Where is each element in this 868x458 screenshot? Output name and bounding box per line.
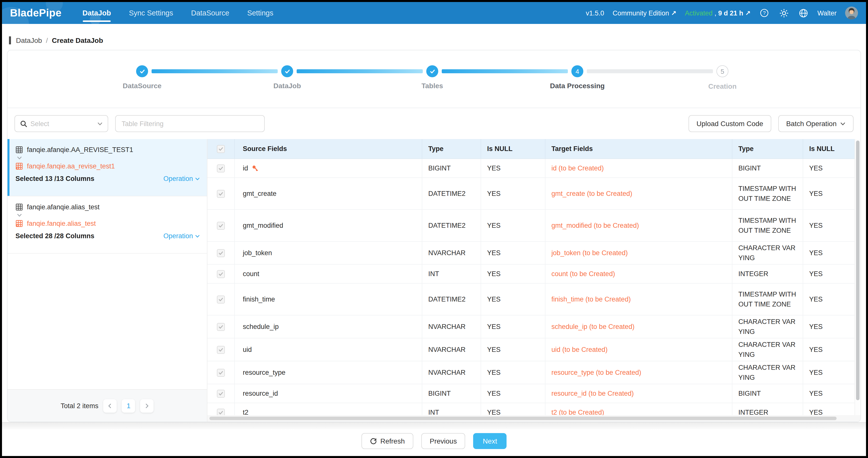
source-field-name: resource_type bbox=[243, 369, 285, 376]
source-nullable: YES bbox=[481, 403, 546, 415]
row-checkbox[interactable] bbox=[217, 222, 225, 229]
table-pair-item[interactable]: fanqie.afanqie.AA_REVISE_TEST1 fanqie.fa… bbox=[7, 139, 207, 196]
batch-operation-button[interactable]: Batch Operation bbox=[778, 115, 854, 132]
prev-page-button[interactable] bbox=[103, 399, 117, 413]
target-type: TIMESTAMP WITHOUT TIME ZONE bbox=[733, 210, 803, 242]
target-type: CHARACTER VARYING bbox=[733, 361, 803, 384]
nav-item-datajob[interactable]: DataJob bbox=[83, 2, 111, 24]
previous-button[interactable]: Previous bbox=[421, 433, 465, 449]
target-table-create-icon bbox=[16, 220, 23, 227]
row-checkbox[interactable] bbox=[217, 408, 225, 415]
target-nullable: YES bbox=[803, 265, 861, 284]
table-row: t2 INT YES t2 (to be Created) INTEGER YE… bbox=[208, 403, 861, 415]
nav-item-sync-settings[interactable]: Sync Settings bbox=[129, 2, 173, 24]
source-type: NVARCHAR bbox=[422, 338, 481, 361]
target-field-name: resource_id (to be Created) bbox=[546, 384, 733, 403]
source-field-name: schedule_ip bbox=[243, 323, 279, 330]
chevron-right-icon bbox=[144, 403, 150, 408]
source-type: BIGINT bbox=[422, 384, 481, 403]
source-nullable: YES bbox=[481, 159, 546, 178]
table-pair-item[interactable]: fanqie.afanqie.alias_test fanqie.fanqie.… bbox=[7, 196, 207, 254]
step-label: DataJob bbox=[274, 82, 301, 90]
refresh-button[interactable]: Refresh bbox=[362, 433, 413, 449]
app-logo[interactable]: BladePipe bbox=[10, 7, 62, 19]
column-header: Type bbox=[422, 139, 481, 159]
license-status[interactable]: Activated , 9 d 21 h ↗ bbox=[685, 9, 751, 17]
row-checkbox[interactable] bbox=[217, 295, 225, 303]
table-filtering-input[interactable] bbox=[115, 115, 265, 132]
next-button[interactable]: Next bbox=[473, 433, 507, 449]
table-row: gmt_create DATETIME2 YES gmt_create (to … bbox=[208, 178, 861, 210]
theme-sun-icon[interactable] bbox=[778, 7, 789, 19]
language-globe-icon[interactable] bbox=[798, 7, 809, 19]
source-table-name: fanqie.afanqie.alias_test bbox=[27, 203, 99, 211]
target-type: CHARACTER VARYING bbox=[733, 338, 803, 361]
header-checkbox[interactable] bbox=[217, 145, 225, 153]
row-checkbox[interactable] bbox=[217, 190, 225, 198]
target-nullable: YES bbox=[803, 338, 861, 361]
operation-dropdown[interactable]: Operation bbox=[163, 175, 200, 183]
target-type: INTEGER bbox=[733, 403, 803, 415]
row-checkbox[interactable] bbox=[217, 164, 225, 172]
source-nullable: YES bbox=[481, 361, 546, 384]
nav-menu: DataJob Sync Settings DataSource Setting… bbox=[83, 2, 274, 24]
nav-item-settings[interactable]: Settings bbox=[247, 2, 274, 24]
operation-dropdown[interactable]: Operation bbox=[163, 232, 200, 240]
source-type: DATETIME2 bbox=[422, 284, 481, 316]
source-nullable: YES bbox=[481, 210, 546, 242]
help-icon[interactable]: ? bbox=[759, 7, 770, 19]
row-checkbox[interactable] bbox=[217, 323, 225, 331]
source-field-name: gmt_modified bbox=[243, 222, 283, 229]
step-label: Creation bbox=[708, 82, 737, 90]
row-checkbox[interactable] bbox=[217, 368, 225, 377]
table-row: uid NVARCHAR YES uid (to be Created) CHA… bbox=[208, 338, 861, 361]
step-label: DataSource bbox=[123, 82, 161, 90]
external-link-icon: ↗ bbox=[745, 9, 751, 17]
table-select-dropdown[interactable]: Select bbox=[14, 115, 108, 132]
user-avatar[interactable] bbox=[845, 6, 858, 20]
page-title: Create DataJob bbox=[52, 36, 103, 44]
source-type: NVARCHAR bbox=[422, 316, 481, 338]
breadcrumb-parent[interactable]: DataJob bbox=[16, 36, 42, 44]
breadcrumb: DataJob / Create DataJob bbox=[2, 24, 866, 50]
footer-divider bbox=[2, 422, 866, 429]
target-field-name: uid (to be Created) bbox=[546, 338, 733, 361]
nav-item-datasource[interactable]: DataSource bbox=[191, 2, 229, 24]
check-icon bbox=[140, 68, 145, 74]
horizontal-scrollbar[interactable] bbox=[208, 415, 861, 422]
row-checkbox[interactable] bbox=[217, 346, 225, 354]
page-number-button[interactable]: 1 bbox=[122, 399, 135, 413]
row-checkbox[interactable] bbox=[217, 270, 225, 278]
scrollbar-thumb[interactable] bbox=[209, 417, 836, 420]
source-field-name: resource_id bbox=[243, 390, 278, 397]
target-table-name: fanqie.fanqie.alias_test bbox=[27, 220, 96, 227]
table-row: resource_id BIGINT YES resource_id (to b… bbox=[208, 384, 861, 403]
selected-columns-count: Selected 13 /13 Columns bbox=[16, 175, 94, 183]
source-type: INT bbox=[422, 265, 481, 284]
target-field-name: gmt_create (to be Created) bbox=[546, 178, 733, 210]
target-field-name: job_token (to be Created) bbox=[546, 242, 733, 265]
vertical-scrollbar[interactable] bbox=[855, 139, 861, 415]
step-connector bbox=[297, 69, 423, 73]
row-checkbox[interactable] bbox=[217, 390, 225, 397]
check-icon bbox=[284, 68, 290, 74]
next-page-button[interactable] bbox=[141, 399, 154, 413]
chevron-down-icon bbox=[840, 121, 845, 126]
table-row: schedule_ip NVARCHAR YES schedule_ip (to… bbox=[208, 316, 861, 338]
row-checkbox[interactable] bbox=[217, 249, 225, 257]
target-table-create-icon bbox=[16, 162, 23, 170]
source-type: NVARCHAR bbox=[422, 361, 481, 384]
chevron-down-icon bbox=[195, 233, 200, 238]
scrollbar-thumb[interactable] bbox=[856, 140, 860, 400]
edition-link[interactable]: Community Edition ↗ bbox=[613, 9, 677, 17]
map-chevron-icon bbox=[17, 155, 200, 161]
target-nullable: YES bbox=[803, 361, 861, 384]
upload-custom-code-button[interactable]: Upload Custom Code bbox=[688, 115, 771, 132]
source-field-name: id bbox=[243, 164, 248, 172]
username-label[interactable]: Walter bbox=[817, 9, 837, 17]
column-header: Type bbox=[733, 139, 803, 159]
table-row: gmt_modified DATETIME2 YES gmt_modified … bbox=[208, 210, 861, 242]
selected-columns-count: Selected 28 /28 Columns bbox=[16, 232, 94, 240]
column-header: Source Fields bbox=[235, 139, 422, 159]
wizard-stepper: DataSource DataJob Tables 4 Data Process… bbox=[7, 50, 861, 108]
